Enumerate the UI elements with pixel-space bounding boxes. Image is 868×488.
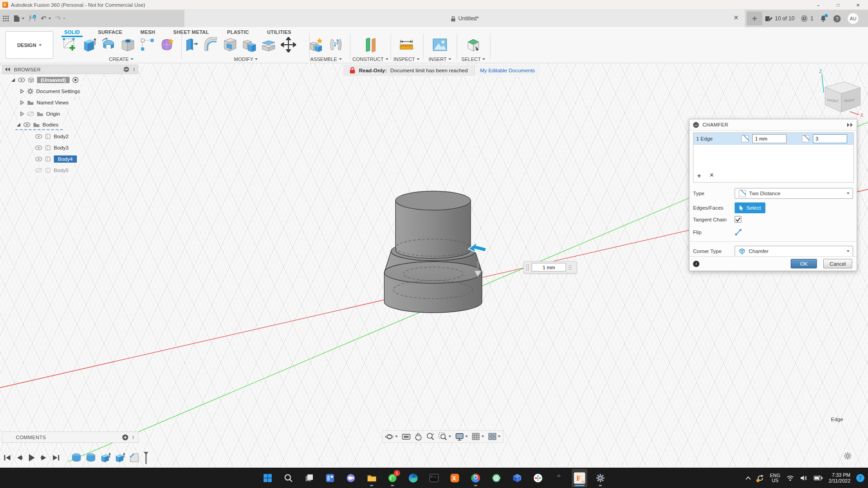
browser-options-icon[interactable]: [123, 66, 129, 72]
timeline-feature-extrude2[interactable]: [114, 452, 125, 463]
terminal-button[interactable]: C:\_: [426, 469, 442, 487]
tab-close-icon[interactable]: ✕: [733, 14, 739, 21]
tab-utilities[interactable]: UTILITIES: [265, 28, 293, 36]
task-view-button[interactable]: [302, 469, 317, 487]
preferences-gear-icon[interactable]: [844, 452, 852, 460]
group-label-inspect[interactable]: INSPECT: [391, 56, 422, 62]
split-body-icon[interactable]: [261, 36, 277, 53]
move-copy-icon[interactable]: [281, 36, 296, 53]
notification-count-badge[interactable]: 7: [856, 474, 864, 482]
wifi-icon[interactable]: [786, 475, 794, 481]
group-label-select[interactable]: SELECT: [457, 56, 490, 62]
edge-set-row[interactable]: 1 Edge: [693, 133, 854, 145]
group-label-create[interactable]: CREATE: [62, 56, 180, 62]
close-button[interactable]: ✕: [848, 0, 868, 10]
visibility-eye-icon[interactable]: [35, 157, 42, 161]
tab-plastic[interactable]: PLASTIC: [225, 28, 250, 36]
document-tab[interactable]: Untitled* ✕: [184, 10, 745, 27]
panel-grip[interactable]: ‖: [133, 67, 135, 72]
search-button[interactable]: [281, 469, 296, 487]
hidden-icons-chevron[interactable]: [745, 476, 751, 480]
comments-bar[interactable]: COMMENTS ‖: [2, 432, 138, 443]
start-button[interactable]: [260, 469, 275, 487]
collapse-dialog-icon[interactable]: –: [693, 122, 699, 128]
cancel-button[interactable]: Cancel: [823, 259, 852, 268]
extrude-icon[interactable]: [81, 36, 97, 53]
group-label-modify[interactable]: MODIFY: [184, 56, 308, 62]
panel-grip[interactable]: ‖: [132, 435, 134, 440]
app-grid-icon[interactable]: [3, 15, 9, 22]
browser-item-body5[interactable]: Body5: [2, 165, 138, 176]
browser-item-body4-selected[interactable]: Body4: [2, 154, 138, 164]
dimension-input[interactable]: [532, 263, 566, 272]
insert-image-icon[interactable]: [432, 36, 448, 53]
dock-dialog-icon[interactable]: [847, 123, 853, 127]
look-at-icon[interactable]: [402, 433, 410, 440]
add-edge-set-icon[interactable]: +: [697, 172, 701, 179]
collapsed-arrow-icon[interactable]: [20, 100, 24, 105]
timeline-feature-chamfer[interactable]: [128, 452, 140, 463]
browser-item-origin[interactable]: Origin: [2, 108, 138, 119]
group-label-assemble[interactable]: ASSEMBLE: [303, 56, 349, 62]
viewports-icon[interactable]: [488, 433, 500, 440]
collapsed-arrow-icon[interactable]: [20, 89, 24, 94]
slack-button[interactable]: [530, 469, 546, 487]
drag-grip-icon[interactable]: [526, 264, 529, 271]
tangent-chain-checkbox[interactable]: [735, 216, 741, 223]
distance1-input[interactable]: [752, 134, 787, 143]
atom-button[interactable]: [489, 469, 504, 487]
settings-button[interactable]: [593, 469, 608, 487]
file-menu-icon[interactable]: [14, 15, 24, 22]
tab-solid[interactable]: SOLID: [62, 28, 82, 36]
timeline-playhead[interactable]: [143, 451, 149, 465]
editable-documents-link[interactable]: My Editable Documents: [474, 65, 540, 76]
collapse-panel-icon[interactable]: [5, 67, 10, 71]
timeline-step-forward-button[interactable]: [39, 453, 48, 462]
timeline-go-end-button[interactable]: [52, 453, 61, 462]
visibility-off-eye-icon[interactable]: [27, 112, 34, 116]
maximize-button[interactable]: □: [828, 0, 848, 10]
job-status[interactable]: 1: [801, 15, 813, 22]
undo-icon[interactable]: ↶: [41, 14, 51, 23]
orbit-icon[interactable]: [385, 432, 398, 441]
edge-browser-button[interactable]: [406, 469, 421, 487]
create-form-icon[interactable]: [159, 36, 175, 53]
user-avatar[interactable]: AU: [847, 13, 859, 24]
chrome-button[interactable]: [468, 469, 483, 487]
visibility-off-eye-icon[interactable]: [35, 168, 42, 173]
expanded-arrow-icon[interactable]: [11, 78, 15, 82]
grid-settings-icon[interactable]: [472, 433, 484, 441]
flip-button[interactable]: [735, 229, 742, 236]
distance2-input[interactable]: [813, 134, 847, 143]
visibility-eye-icon[interactable]: [24, 122, 30, 127]
sync-icon[interactable]: [757, 474, 764, 482]
hole-icon[interactable]: [120, 36, 136, 53]
xampp-button[interactable]: X: [447, 469, 462, 487]
zoom-window-icon[interactable]: [439, 432, 451, 441]
browser-item-body2[interactable]: Body2: [2, 131, 138, 142]
browser-item-document-settings[interactable]: Document Settings: [2, 86, 138, 97]
group-label-insert[interactable]: INSERT: [424, 56, 456, 62]
document-counter[interactable]: 10 of 10: [765, 15, 794, 22]
zoom-icon[interactable]: ±: [426, 432, 434, 441]
options-dots-icon[interactable]: [569, 265, 571, 270]
add-comment-icon[interactable]: [122, 434, 128, 441]
teams-chat-button[interactable]: [343, 469, 359, 487]
type-dropdown[interactable]: Two Distance: [735, 188, 853, 199]
timeline-feature-cylinder2[interactable]: [85, 452, 96, 463]
fusion360-taskbar-button[interactable]: F360: [572, 469, 587, 487]
battery-icon[interactable]: [814, 475, 823, 481]
select-edges-button[interactable]: Select: [735, 202, 765, 213]
inkscape-button[interactable]: [551, 469, 566, 487]
shell-icon[interactable]: [222, 36, 238, 53]
new-component-icon[interactable]: [309, 36, 324, 53]
timeline-feature-cylinder1[interactable]: [71, 452, 82, 463]
construction-plane-icon[interactable]: [363, 36, 378, 53]
tab-surface[interactable]: SURFACE: [96, 28, 124, 36]
pan-icon[interactable]: [415, 432, 422, 441]
language-indicator[interactable]: ENG US: [770, 473, 780, 483]
volume-icon[interactable]: [800, 475, 808, 481]
press-pull-icon[interactable]: [184, 36, 199, 53]
browser-item-body3[interactable]: Body3: [2, 142, 138, 153]
timeline-feature-extrude1[interactable]: [99, 452, 111, 463]
